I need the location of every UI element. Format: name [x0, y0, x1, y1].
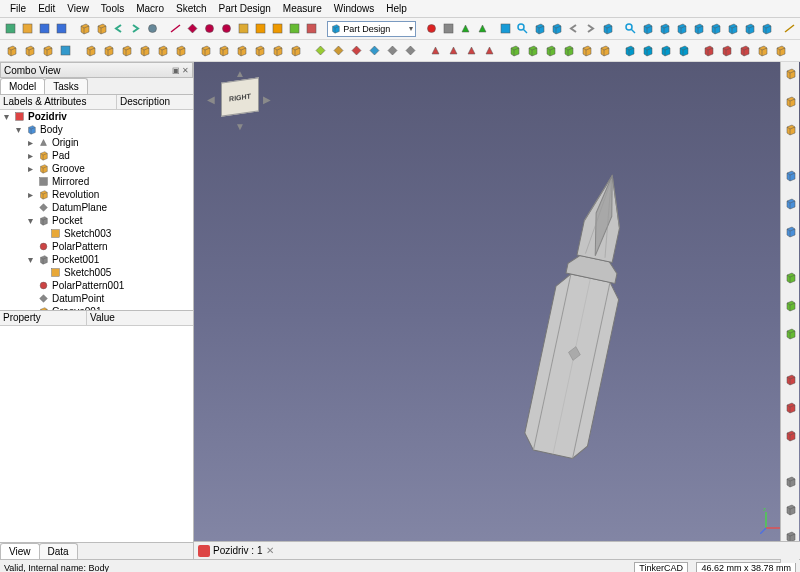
- vtool-0-2-icon[interactable]: [782, 122, 798, 138]
- menu-file[interactable]: File: [4, 2, 32, 15]
- new-icon[interactable]: [3, 21, 18, 37]
- view-iso-icon[interactable]: [549, 21, 564, 37]
- panel-controls[interactable]: ▣ ✕: [172, 66, 189, 75]
- pd-groove-icon[interactable]: [233, 43, 249, 59]
- menu-sketch[interactable]: Sketch: [170, 2, 213, 15]
- sketch-fillet-icon[interactable]: [287, 21, 302, 37]
- tree-item-mirrored[interactable]: Mirrored: [0, 175, 193, 188]
- tree-item-polarpattern001[interactable]: PolarPattern001: [0, 279, 193, 292]
- vtool-1-1-icon[interactable]: [782, 196, 798, 212]
- sketch-trim-icon[interactable]: [304, 21, 319, 37]
- vtool-1-0-icon[interactable]: [782, 168, 798, 184]
- undo-icon[interactable]: [111, 21, 126, 37]
- macro-step-icon[interactable]: [475, 21, 490, 37]
- tree-item-polarpattern[interactable]: PolarPattern: [0, 240, 193, 253]
- pd-sub2-icon[interactable]: [287, 43, 303, 59]
- dress-chamfer-icon[interactable]: [524, 43, 540, 59]
- tree-item-sketch005[interactable]: Sketch005: [0, 266, 193, 279]
- tree-twisty[interactable]: ▸: [26, 150, 35, 161]
- pd-hole-icon[interactable]: [215, 43, 231, 59]
- extra-e-icon[interactable]: [578, 43, 594, 59]
- datum-plane-icon[interactable]: [312, 43, 328, 59]
- datum-shb-icon[interactable]: [384, 43, 400, 59]
- menu-measure[interactable]: Measure: [277, 2, 328, 15]
- saveas-icon[interactable]: [54, 21, 69, 37]
- menu-part-design[interactable]: Part Design: [213, 2, 277, 15]
- vtool-0-0-icon[interactable]: [782, 66, 798, 82]
- tree-twisty[interactable]: ▸: [26, 163, 35, 174]
- vtool-4-0-icon[interactable]: [782, 473, 798, 489]
- menu-macro[interactable]: Macro: [130, 2, 170, 15]
- modeling-0-icon[interactable]: [77, 21, 92, 37]
- document-tab[interactable]: Pozidriv : 1: [213, 545, 262, 556]
- constraint-b-icon[interactable]: [445, 43, 461, 59]
- pd-pad-icon[interactable]: [82, 43, 98, 59]
- dress-thick-icon[interactable]: [560, 43, 576, 59]
- tab-tasks[interactable]: Tasks: [44, 78, 88, 94]
- tree-twisty[interactable]: ▾: [14, 124, 23, 135]
- sketch-rect-icon[interactable]: [253, 21, 268, 37]
- macro-rec-icon[interactable]: [424, 21, 439, 37]
- pd-edit-icon[interactable]: [39, 43, 55, 59]
- sketch-slot-icon[interactable]: [270, 21, 285, 37]
- datum-clone-icon[interactable]: [402, 43, 418, 59]
- navcube-face-right[interactable]: RIGHT: [221, 77, 259, 116]
- pattern-linear-icon[interactable]: [639, 43, 655, 59]
- sketch-poly-icon[interactable]: [236, 21, 251, 37]
- sketch-diam-icon[interactable]: [185, 21, 200, 37]
- constraint-c-icon[interactable]: [463, 43, 479, 59]
- tree-item-sketch003[interactable]: Sketch003: [0, 227, 193, 240]
- tree-item-body[interactable]: ▾Body: [0, 123, 193, 136]
- pd-groove2-icon[interactable]: [251, 43, 267, 59]
- vtool-3-2-icon[interactable]: [782, 427, 798, 443]
- 3d-viewport[interactable]: ▲ ◀ ▶ ▼ RIGHT: [194, 62, 800, 559]
- macro-stop-icon[interactable]: [441, 21, 456, 37]
- pd-pad3-icon[interactable]: [172, 43, 188, 59]
- tab-view[interactable]: View: [0, 543, 40, 559]
- view-front-icon[interactable]: [640, 21, 655, 37]
- workbench-selector[interactable]: Part Design: [327, 21, 415, 37]
- tree-twisty[interactable]: ▾: [26, 254, 35, 265]
- refresh-icon[interactable]: [145, 21, 160, 37]
- vtool-2-1-icon[interactable]: [782, 298, 798, 314]
- sketch-circle-icon[interactable]: [219, 21, 234, 37]
- tree-twisty[interactable]: ▸: [26, 137, 35, 148]
- sketch-line-icon[interactable]: [168, 21, 183, 37]
- ex2-icon[interactable]: [772, 43, 788, 59]
- ex1-icon[interactable]: [754, 43, 770, 59]
- constraint-d-icon[interactable]: [481, 43, 497, 59]
- menu-windows[interactable]: Windows: [328, 2, 381, 15]
- open-icon[interactable]: [20, 21, 35, 37]
- tree-twisty[interactable]: ▾: [2, 111, 11, 122]
- tree-item-pad[interactable]: ▸Pad: [0, 149, 193, 162]
- vtool-4-1-icon[interactable]: [782, 501, 798, 517]
- view-right-icon[interactable]: [674, 21, 689, 37]
- tree-item-pocket[interactable]: ▾Pocket: [0, 214, 193, 227]
- view-rear-icon[interactable]: [691, 21, 706, 37]
- pd-body-icon[interactable]: [3, 43, 19, 59]
- tree-item-revolution[interactable]: ▸Revolution: [0, 188, 193, 201]
- close-doc-icon[interactable]: ✕: [266, 545, 274, 556]
- tab-data[interactable]: Data: [39, 543, 78, 559]
- bool2-icon[interactable]: [718, 43, 734, 59]
- redo-icon[interactable]: [128, 21, 143, 37]
- pattern-mirror-icon[interactable]: [621, 43, 637, 59]
- vtool-3-1-icon[interactable]: [782, 399, 798, 415]
- menu-tools[interactable]: Tools: [95, 2, 130, 15]
- nav-right-icon[interactable]: [583, 21, 598, 37]
- pd-pad2-icon[interactable]: [154, 43, 170, 59]
- menu-help[interactable]: Help: [380, 2, 413, 15]
- vtool-2-0-icon[interactable]: [782, 270, 798, 286]
- view-bottom-icon[interactable]: [708, 21, 723, 37]
- zoom-icon[interactable]: [515, 21, 530, 37]
- view-top-icon[interactable]: [657, 21, 672, 37]
- tree-item-pozidriv[interactable]: ▾Pozidriv: [0, 110, 193, 123]
- col-property[interactable]: Property: [0, 311, 87, 325]
- tree-item-datumplane[interactable]: DatumPlane: [0, 201, 193, 214]
- tree-twisty[interactable]: ▸: [26, 189, 35, 200]
- vtool-3-0-icon[interactable]: [782, 371, 798, 387]
- tree-twisty[interactable]: ▾: [26, 215, 35, 226]
- vtool-2-2-icon[interactable]: [782, 325, 798, 341]
- pd-sweep-icon[interactable]: [136, 43, 152, 59]
- bool3-icon[interactable]: [736, 43, 752, 59]
